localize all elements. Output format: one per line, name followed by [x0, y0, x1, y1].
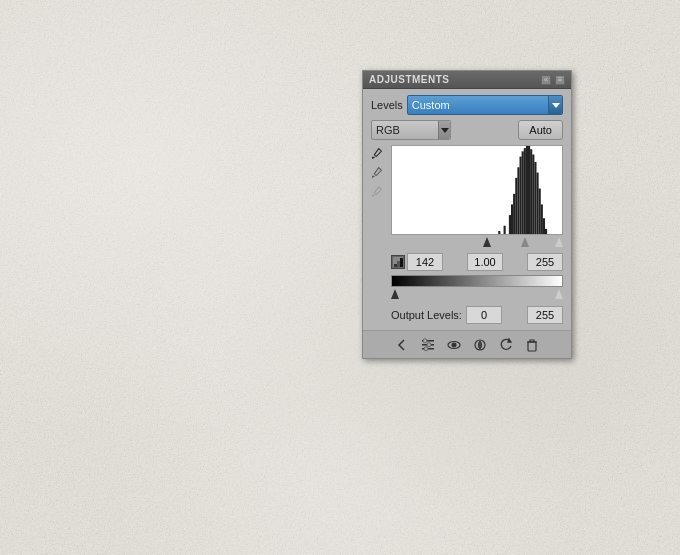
- output-white-value[interactable]: [527, 306, 563, 324]
- svg-rect-18: [539, 189, 541, 236]
- panel: ADJUSTMENTS « ≡ Levels Custom RGB: [362, 70, 572, 359]
- svg-rect-12: [526, 146, 528, 235]
- menu-button[interactable]: ≡: [555, 75, 565, 85]
- chevron-down-icon-2: [441, 128, 449, 133]
- input-levels-icon: [391, 255, 405, 269]
- histogram-svg: [392, 146, 562, 235]
- svg-rect-19: [541, 204, 543, 235]
- output-black-value[interactable]: [466, 306, 502, 324]
- svg-rect-14: [530, 149, 532, 235]
- visibility-button[interactable]: [470, 335, 490, 355]
- svg-point-34: [424, 346, 428, 350]
- histogram-section: Output Levels:: [391, 145, 563, 324]
- output-slider-track: [391, 295, 563, 297]
- panel-controls: « ≡: [541, 75, 565, 85]
- reset-button[interactable]: [496, 335, 516, 355]
- svg-rect-38: [528, 342, 536, 351]
- svg-rect-10: [522, 151, 524, 235]
- svg-point-36: [452, 343, 456, 347]
- adjustments-button[interactable]: [418, 335, 438, 355]
- black-eyedropper-tool[interactable]: [369, 145, 385, 161]
- svg-rect-26: [394, 264, 397, 267]
- black-input-slider[interactable]: [483, 237, 491, 249]
- svg-point-32: [423, 338, 427, 342]
- svg-rect-20: [543, 218, 545, 235]
- panel-body: Levels Custom RGB Auto: [363, 89, 571, 330]
- svg-rect-7: [515, 178, 517, 235]
- back-button[interactable]: [392, 335, 412, 355]
- panel-footer: [363, 330, 571, 358]
- levels-label: Levels: [371, 99, 403, 111]
- output-levels-row: Output Levels:: [391, 306, 563, 324]
- channel-value: RGB: [376, 124, 400, 136]
- white-input-slider[interactable]: [555, 237, 563, 249]
- svg-rect-5: [511, 204, 513, 235]
- chevron-down-icon: [552, 103, 560, 108]
- auto-button[interactable]: Auto: [518, 120, 563, 140]
- input-black-value[interactable]: [407, 253, 443, 271]
- levels-row: Levels Custom: [371, 95, 563, 115]
- output-slider-row[interactable]: [391, 289, 563, 303]
- white-eyedropper-tool[interactable]: [369, 183, 385, 199]
- input-levels-row: [391, 253, 563, 271]
- svg-rect-28: [400, 258, 403, 267]
- svg-rect-3: [504, 226, 506, 235]
- svg-rect-9: [520, 157, 522, 235]
- panel-title: ADJUSTMENTS: [369, 74, 450, 85]
- trash-button[interactable]: [522, 335, 542, 355]
- channel-dropdown-arrow: [438, 121, 450, 139]
- channel-dropdown[interactable]: RGB: [371, 120, 451, 140]
- svg-rect-2: [498, 231, 500, 235]
- svg-rect-16: [534, 162, 536, 235]
- preset-dropdown-arrow: [548, 96, 562, 114]
- panel-titlebar: ADJUSTMENTS « ≡: [363, 71, 571, 89]
- svg-rect-15: [532, 155, 534, 236]
- svg-rect-27: [397, 261, 400, 267]
- mid-input-slider[interactable]: [521, 237, 529, 249]
- svg-rect-11: [524, 148, 526, 235]
- collapse-button[interactable]: «: [541, 75, 551, 85]
- input-slider-track: [391, 243, 563, 245]
- svg-rect-13: [528, 146, 530, 235]
- gray-eyedropper-tool[interactable]: [369, 164, 385, 180]
- svg-rect-21: [545, 229, 547, 235]
- svg-rect-4: [509, 215, 511, 235]
- input-slider-row[interactable]: [391, 237, 563, 251]
- svg-rect-6: [513, 194, 515, 235]
- svg-point-33: [427, 342, 431, 346]
- output-black-slider[interactable]: [391, 289, 399, 301]
- input-white-value[interactable]: [527, 253, 563, 271]
- output-white-slider[interactable]: [555, 289, 563, 301]
- input-mid-value[interactable]: [467, 253, 503, 271]
- histogram-display: [391, 145, 563, 235]
- svg-rect-8: [517, 167, 519, 235]
- channel-row: RGB Auto: [371, 120, 563, 140]
- svg-rect-17: [537, 173, 539, 235]
- output-gradient-bar: [391, 275, 563, 287]
- preset-dropdown[interactable]: Custom: [407, 95, 563, 115]
- eyedropper-tools: [369, 145, 385, 199]
- preset-value: Custom: [412, 99, 450, 111]
- output-levels-label: Output Levels:: [391, 309, 462, 321]
- eye-button[interactable]: [444, 335, 464, 355]
